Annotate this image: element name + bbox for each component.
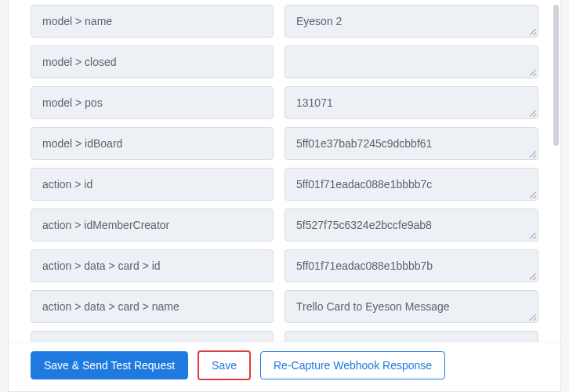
field-label[interactable]: model > idBoard <box>31 127 274 160</box>
field-label[interactable]: model > name <box>31 5 274 38</box>
field-row: model > name Eyeson 2 <box>31 5 538 38</box>
field-value[interactable]: Trello Card to Eyeson Message <box>284 290 538 323</box>
field-row: action > id 5ff01f71eadac088e1bbbb7c <box>31 168 538 201</box>
field-label[interactable]: action > id <box>31 168 274 201</box>
field-row: model > closed <box>31 45 538 78</box>
field-value[interactable]: 5ff01f71eadac088e1bbbb7c <box>284 168 538 201</box>
save-button[interactable]: Save <box>198 350 251 380</box>
field-row: model > idBoard 5ff01e37bab7245c9dcbbf61 <box>31 127 538 160</box>
field-row: action > data > card > name Trello Card … <box>31 290 538 323</box>
field-row: model > pos 131071 <box>31 86 538 119</box>
field-label[interactable]: action > data > card > id <box>31 249 274 282</box>
save-send-test-button[interactable]: Save & Send Test Request <box>31 351 188 379</box>
field-label[interactable]: model > closed <box>31 45 274 78</box>
field-value[interactable]: 5f527f75c6324e2bccfe9ab8 <box>284 209 538 241</box>
field-row: action > data > card > id 5ff01f71eadac0… <box>31 249 538 282</box>
field-value[interactable] <box>284 45 538 78</box>
webhook-mapping-panel: model > name Eyeson 2 model > closed mod… <box>8 0 561 392</box>
recapture-webhook-button[interactable]: Re-Capture Webhook Response <box>260 351 445 379</box>
field-value[interactable]: 5ff01e37bab7245c9dcbbf61 <box>284 127 538 160</box>
field-row: action > idMemberCreator 5f527f75c6324e2… <box>31 209 538 241</box>
fields-scroll-area: model > name Eyeson 2 model > closed mod… <box>9 0 560 345</box>
action-footer: Save & Send Test Request Save Re-Capture… <box>9 342 560 391</box>
field-label[interactable]: action > idMemberCreator <box>31 209 274 241</box>
field-value[interactable]: 5ff01f71eadac088e1bbbb7b <box>284 249 538 282</box>
field-label[interactable]: model > pos <box>31 86 274 119</box>
scrollbar-thumb[interactable] <box>553 5 559 146</box>
field-value[interactable]: Eyeson 2 <box>284 5 538 38</box>
field-value[interactable]: 131071 <box>284 86 538 119</box>
field-label[interactable]: action > data > card > name <box>31 290 274 323</box>
